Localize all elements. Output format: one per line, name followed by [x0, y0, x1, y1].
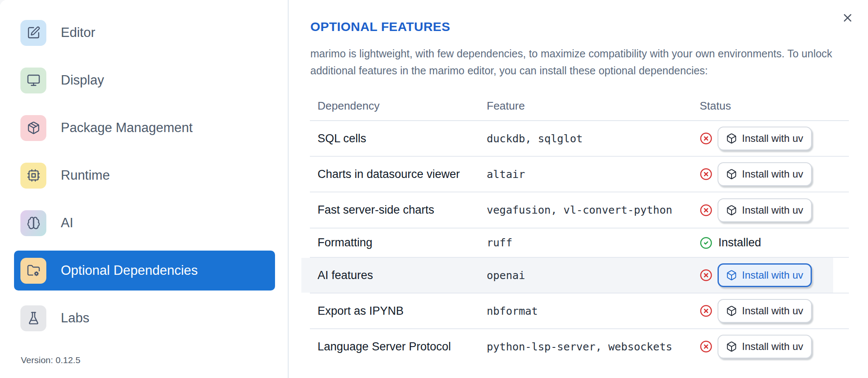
sidebar-item-label: AI [61, 215, 73, 231]
circle-x-icon [700, 340, 712, 353]
status-cell: Installed [700, 236, 849, 249]
cpu-icon [20, 163, 46, 189]
install-button-label: Install with uv [742, 204, 803, 216]
table-row: Charts in datasource viewer altair Insta… [310, 157, 849, 192]
sidebar-item-label: Package Management [61, 120, 193, 135]
table-header: Dependency Feature Status [310, 91, 849, 121]
circle-x-icon [700, 305, 712, 317]
status-cell: Install with uv [700, 335, 849, 358]
sidebar-item-display[interactable]: Display [14, 60, 275, 100]
package-icon [726, 133, 737, 144]
sidebar-item-optional-dependencies[interactable]: Optional Dependencies [14, 251, 275, 291]
sidebar-item-label: Optional Dependencies [61, 263, 198, 278]
dependency-cell: Charts in datasource viewer [310, 168, 487, 181]
table-row: Export as IPYNB nbformat Install with uv [310, 293, 849, 329]
circle-check-icon [700, 237, 712, 249]
feature-cell: altair [487, 168, 700, 181]
table-row: AI features openai Install with uv [310, 258, 849, 293]
edit-icon [20, 20, 46, 46]
circle-x-icon [700, 168, 712, 181]
install-with-uv-button[interactable]: Install with uv [718, 162, 812, 186]
dependencies-table: Dependency Feature Status SQL cells duck… [310, 91, 849, 364]
sidebar-item-ai[interactable]: AI [14, 203, 275, 243]
install-with-uv-button[interactable]: Install with uv [718, 198, 812, 222]
page-title: OPTIONAL FEATURES [310, 20, 450, 34]
flask-icon [20, 305, 46, 331]
circle-x-icon [700, 269, 712, 282]
table-row: SQL cells duckdb, sqlglot Install with u… [310, 121, 849, 157]
folder-cog-icon [20, 258, 46, 284]
table-row: Formatting ruff Installed [310, 228, 849, 258]
sidebar-item-label: Runtime [61, 168, 110, 183]
sidebar-item-runtime[interactable]: Runtime [14, 155, 275, 195]
install-button-label: Install with uv [742, 341, 803, 353]
install-with-uv-button[interactable]: Install with uv [718, 263, 812, 287]
brain-icon [20, 210, 46, 236]
status-cell: Install with uv [700, 198, 849, 222]
optional-features-panel: OPTIONAL FEATURES marimo is lightweight,… [289, 0, 868, 378]
dependency-cell: Language Server Protocol [310, 340, 487, 353]
package-icon [726, 205, 737, 216]
feature-cell: vegafusion, vl-convert-python [487, 204, 700, 216]
install-button-label: Install with uv [742, 133, 803, 144]
monitor-icon [20, 68, 46, 93]
install-button-label: Install with uv [742, 305, 803, 317]
installed-status-label: Installed [718, 236, 761, 249]
status-cell: Install with uv [700, 263, 849, 287]
status-cell: Install with uv [700, 162, 849, 186]
sidebar-item-label: Labs [61, 310, 89, 326]
feature-cell: python-lsp-server, websockets [487, 341, 700, 353]
circle-x-icon [700, 204, 712, 217]
settings-sidebar: Editor Display Package Management Runtim… [0, 0, 289, 378]
close-button[interactable] [840, 10, 855, 25]
install-with-uv-button[interactable]: Install with uv [718, 127, 812, 150]
dependency-cell: AI features [310, 269, 487, 282]
install-button-label: Install with uv [742, 168, 803, 180]
install-with-uv-button[interactable]: Install with uv [718, 299, 812, 323]
column-header-feature: Feature [487, 99, 700, 113]
column-header-status: Status [700, 99, 849, 113]
settings-dialog: Editor Display Package Management Runtim… [0, 0, 868, 378]
version-label: Version: 0.12.5 [21, 355, 80, 365]
sidebar-item-editor[interactable]: Editor [14, 13, 275, 53]
table-row: Language Server Protocol python-lsp-serv… [310, 329, 849, 364]
close-icon [841, 11, 854, 24]
dependency-cell: SQL cells [310, 132, 487, 145]
package-icon [726, 341, 737, 352]
table-row: Fast server-side charts vegafusion, vl-c… [310, 192, 849, 228]
install-with-uv-button[interactable]: Install with uv [718, 335, 812, 358]
dependency-cell: Formatting [310, 236, 487, 249]
status-cell: Install with uv [700, 299, 849, 323]
sidebar-item-package-management[interactable]: Package Management [14, 108, 275, 148]
column-header-dependency: Dependency [310, 99, 487, 113]
status-cell: Install with uv [700, 127, 849, 150]
sidebar-item-labs[interactable]: Labs [14, 298, 275, 338]
dependency-cell: Export as IPYNB [310, 305, 487, 318]
dependency-cell: Fast server-side charts [310, 203, 487, 217]
feature-cell: openai [487, 269, 700, 282]
sidebar-item-label: Editor [61, 25, 95, 40]
feature-cell: nbformat [487, 305, 700, 317]
feature-cell: ruff [487, 237, 700, 249]
package-icon [726, 169, 737, 180]
page-description: marimo is lightweight, with few dependen… [310, 45, 846, 79]
package-icon [726, 305, 737, 316]
install-button-label: Install with uv [742, 269, 803, 281]
package-icon [20, 115, 46, 141]
circle-x-icon [700, 132, 712, 145]
sidebar-item-label: Display [61, 73, 104, 88]
package-icon [726, 270, 737, 281]
feature-cell: duckdb, sqlglot [487, 133, 700, 145]
